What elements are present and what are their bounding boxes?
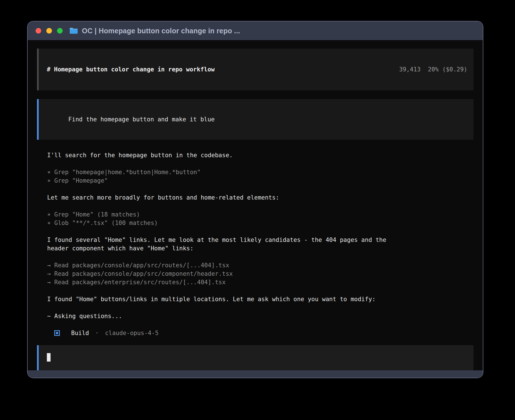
chat-line: → Read packages/enterprise/src/routes/[.… xyxy=(47,278,473,286)
assistant-transcript: I'll search for the homepage button in t… xyxy=(47,151,473,337)
chat-line: ~ Asking questions... xyxy=(47,312,473,320)
chat-line: ∗ Grep "Home" (18 matches) xyxy=(47,210,473,219)
traffic-lights xyxy=(36,28,63,34)
chat-line: I found "Home" buttons/links in multiple… xyxy=(47,295,473,303)
terminal-window: OC | Homepage button color change in rep… xyxy=(27,21,483,378)
text-cursor xyxy=(47,353,51,362)
chat-line: Let me search more broadly for buttons a… xyxy=(47,193,473,202)
user-message: Find the homepage button and make it blu… xyxy=(37,99,473,140)
chat-line xyxy=(47,303,473,312)
prompt-input[interactable]: Build Claude Opus 4.5 OpenCode Zen xyxy=(37,345,473,370)
close-button[interactable] xyxy=(36,28,41,34)
window-title: OC | Homepage button color change in rep… xyxy=(82,27,240,35)
chat-line: ∗ Glob "**/*.tsx" (100 matches) xyxy=(47,219,473,227)
session-title: # Homepage button color change in repo w… xyxy=(47,65,215,74)
context-percent: 20% xyxy=(428,66,439,73)
user-message-text: Find the homepage button and make it blu… xyxy=(68,116,215,123)
chat-line xyxy=(47,320,473,329)
chat-line xyxy=(47,159,473,168)
chat-line: header component which have "Home" links… xyxy=(47,244,473,253)
maximize-button[interactable] xyxy=(57,28,63,34)
chat-line: → Read packages/console/app/src/componen… xyxy=(47,270,473,278)
agent-status-row: Build · claude-opus-4-5 xyxy=(47,329,473,337)
chat-line xyxy=(47,185,473,193)
chat-line xyxy=(47,202,473,210)
window-bottom-bar xyxy=(28,370,483,378)
chat-lines: I'll search for the homepage button in t… xyxy=(47,151,473,329)
session-header: # Homepage button color change in repo w… xyxy=(37,49,473,90)
chat-line xyxy=(47,227,473,236)
agent-name: Build xyxy=(71,329,89,337)
chat-line xyxy=(47,253,473,261)
session-cost: ($0.29) xyxy=(442,66,467,73)
minimize-button[interactable] xyxy=(46,28,52,34)
terminal-content: # Homepage button color change in repo w… xyxy=(28,40,483,370)
folder-icon xyxy=(69,27,78,34)
chat-line: ∗ Grep "Homepage" xyxy=(47,176,473,185)
build-agent-icon xyxy=(54,330,60,336)
chat-line: I found several "Home" links. Let me loo… xyxy=(47,236,473,244)
chat-line: I'll search for the homepage button in t… xyxy=(47,151,473,159)
chat-line: ∗ Grep "homepage|home.*button|Home.*butt… xyxy=(47,168,473,176)
chat-line: → Read packages/console/app/src/routes/[… xyxy=(47,261,473,270)
agent-model-name: claude-opus-4-5 xyxy=(105,329,159,337)
titlebar[interactable]: OC | Homepage button color change in rep… xyxy=(28,21,483,40)
chat-line xyxy=(47,286,473,295)
token-count: 39,413 xyxy=(399,66,421,73)
agent-separator: · xyxy=(95,329,99,337)
session-stats: 39,41320%($0.29) xyxy=(371,57,467,82)
